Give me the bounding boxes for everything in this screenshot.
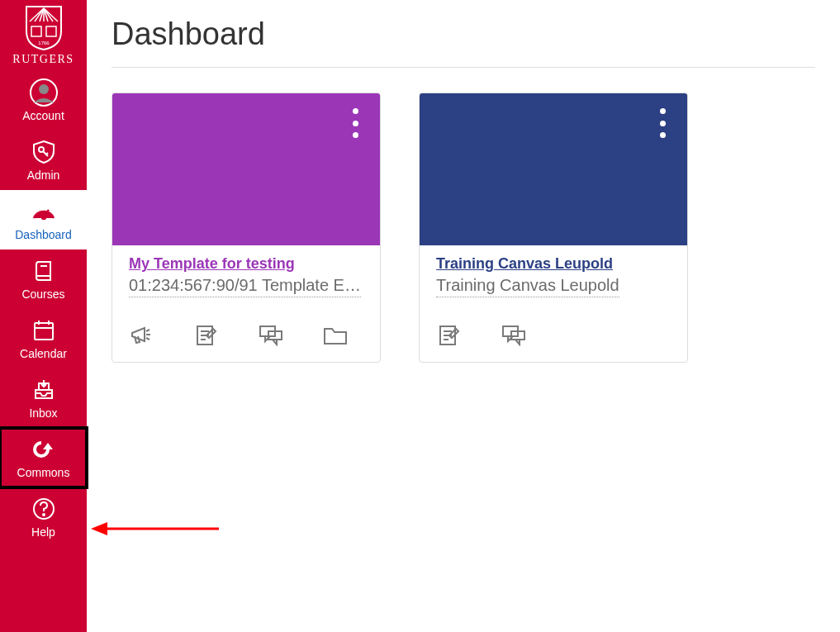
card-menu-button[interactable]: [345, 108, 365, 138]
commons-arrow-icon: [31, 436, 56, 463]
nav-label: Dashboard: [15, 228, 72, 241]
course-title-link[interactable]: Training Canvas Leupold: [436, 255, 613, 273]
nav-inbox[interactable]: Inbox: [0, 368, 87, 428]
nav-label: Inbox: [29, 406, 57, 420]
page-header: Dashboard: [112, 0, 815, 68]
dots-vertical-icon: [353, 108, 358, 114]
course-card-header[interactable]: [112, 93, 380, 245]
nav-label: Help: [31, 525, 55, 539]
page-title: Dashboard: [112, 17, 815, 52]
assignments-icon[interactable]: [193, 324, 220, 347]
nav-label: Calendar: [20, 347, 67, 360]
nav-dashboard[interactable]: Dashboard: [0, 190, 87, 249]
user-circle-icon: [29, 79, 59, 106]
global-nav: 1766 RUTGERS Account Admin Dashboard Cou…: [0, 0, 87, 632]
course-subtitle[interactable]: 01:234:567:90/91 Template E…: [129, 276, 361, 297]
nav-commons[interactable]: Commons: [0, 428, 87, 487]
course-card-body: Training Canvas Leupold Training Canvas …: [420, 245, 687, 312]
dots-vertical-icon: [660, 108, 666, 114]
calendar-icon: [32, 317, 55, 344]
nav-label: Admin: [27, 169, 60, 182]
svg-rect-7: [31, 26, 41, 36]
svg-point-14: [42, 216, 45, 219]
nav-account[interactable]: Account: [0, 71, 87, 131]
assignments-icon[interactable]: [436, 324, 463, 347]
course-title-link[interactable]: My Template for testing: [129, 255, 295, 273]
nav-admin[interactable]: Admin: [0, 131, 87, 190]
svg-rect-8: [46, 26, 56, 36]
course-card-actions: [420, 312, 687, 362]
book-icon: [32, 258, 55, 284]
nav-calendar[interactable]: Calendar: [0, 309, 87, 368]
announcements-icon[interactable]: [129, 324, 155, 347]
course-card[interactable]: Training Canvas Leupold Training Canvas …: [419, 93, 688, 363]
nav-label: Account: [22, 109, 64, 122]
discussions-icon[interactable]: [258, 324, 284, 347]
nav-label: Commons: [17, 466, 70, 479]
svg-rect-17: [35, 323, 53, 340]
course-cards: My Template for testing 01:234:567:90/91…: [112, 93, 815, 363]
svg-point-11: [39, 84, 49, 94]
nav-help[interactable]: Help: [0, 487, 87, 547]
gauge-icon: [31, 198, 56, 225]
course-card-header[interactable]: [420, 93, 687, 245]
nav-courses[interactable]: Courses: [0, 249, 87, 309]
shield-key-icon: [31, 139, 56, 165]
brand-name: RUTGERS: [12, 53, 74, 66]
course-card-body: My Template for testing 01:234:567:90/91…: [112, 245, 380, 312]
svg-text:1766: 1766: [38, 40, 50, 45]
course-subtitle[interactable]: Training Canvas Leupold: [436, 276, 619, 297]
help-circle-icon: [32, 496, 55, 522]
course-card-actions: [112, 312, 380, 362]
shield-logo-icon: 1766: [23, 5, 64, 51]
brand-logo: 1766 RUTGERS: [0, 0, 87, 71]
inbox-tray-icon: [32, 377, 55, 403]
nav-label: Courses: [21, 287, 64, 301]
discussions-icon[interactable]: [501, 324, 527, 347]
files-icon[interactable]: [322, 324, 349, 347]
main-content: Dashboard My Template for testing 01:234…: [87, 0, 840, 632]
course-card[interactable]: My Template for testing 01:234:567:90/91…: [112, 93, 381, 363]
card-menu-button[interactable]: [653, 108, 672, 138]
svg-point-30: [43, 514, 45, 516]
